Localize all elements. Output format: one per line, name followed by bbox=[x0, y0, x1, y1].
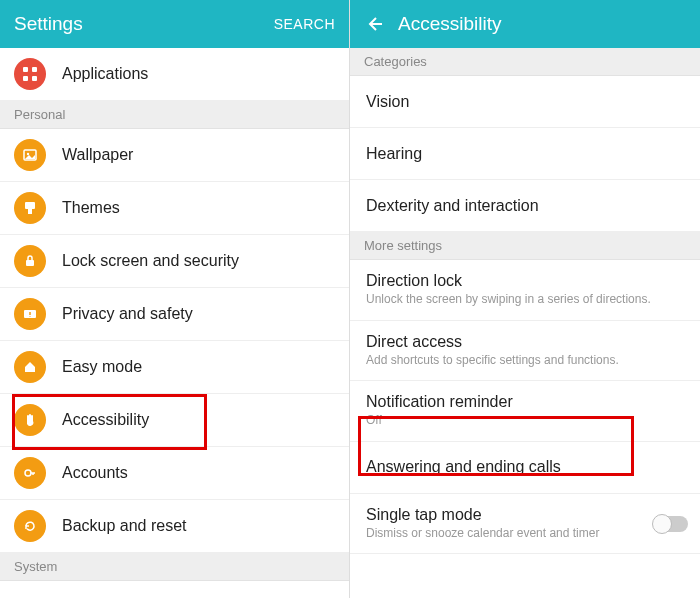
back-arrow-icon[interactable] bbox=[364, 14, 384, 34]
item-sub: Add shortcuts to specific settings and f… bbox=[366, 353, 619, 369]
svg-rect-0 bbox=[23, 67, 28, 72]
accessibility-pane: Accessibility Categories Vision Hearing … bbox=[350, 0, 700, 598]
item-label: Lock screen and security bbox=[62, 252, 239, 270]
item-label: Accounts bbox=[62, 464, 128, 482]
brush-icon bbox=[14, 192, 46, 224]
setting-direct-access[interactable]: Direct access Add shortcuts to specific … bbox=[350, 321, 700, 382]
svg-rect-3 bbox=[32, 76, 37, 81]
category-dexterity[interactable]: Dexterity and interaction bbox=[350, 180, 700, 232]
setting-answering-calls[interactable]: Answering and ending calls bbox=[350, 442, 700, 494]
section-more: More settings bbox=[350, 232, 700, 260]
setting-direction-lock[interactable]: Direction lock Unlock the screen by swip… bbox=[350, 260, 700, 321]
item-sub: Unlock the screen by swiping in a series… bbox=[366, 292, 651, 308]
settings-title: Settings bbox=[14, 13, 274, 35]
image-icon bbox=[14, 139, 46, 171]
svg-rect-8 bbox=[26, 260, 34, 266]
category-hearing[interactable]: Hearing bbox=[350, 128, 700, 180]
item-label: Hearing bbox=[366, 145, 422, 163]
item-sub: Dismiss or snooze calendar event and tim… bbox=[366, 526, 599, 542]
svg-rect-1 bbox=[32, 67, 37, 72]
setting-notification-reminder[interactable]: Notification reminder Off bbox=[350, 381, 700, 442]
accessibility-header: Accessibility bbox=[350, 0, 700, 48]
settings-item-wallpaper[interactable]: Wallpaper bbox=[0, 129, 349, 182]
item-label: Direction lock bbox=[366, 272, 462, 290]
settings-pane: Settings SEARCH Applications Personal Wa… bbox=[0, 0, 350, 598]
item-label: Single tap mode bbox=[366, 506, 482, 524]
item-label: Answering and ending calls bbox=[366, 458, 561, 476]
settings-item-lockscreen[interactable]: Lock screen and security bbox=[0, 235, 349, 288]
section-categories: Categories bbox=[350, 48, 700, 76]
section-personal: Personal bbox=[0, 101, 349, 129]
item-label: Privacy and safety bbox=[62, 305, 193, 323]
item-label: Vision bbox=[366, 93, 409, 111]
item-label: Easy mode bbox=[62, 358, 142, 376]
category-vision[interactable]: Vision bbox=[350, 76, 700, 128]
item-label: Dexterity and interaction bbox=[366, 197, 539, 215]
item-label: Applications bbox=[62, 65, 148, 83]
lock-icon bbox=[14, 245, 46, 277]
hand-icon bbox=[14, 404, 46, 436]
refresh-icon bbox=[14, 510, 46, 542]
item-sub: Off bbox=[366, 413, 382, 429]
settings-item-easymode[interactable]: Easy mode bbox=[0, 341, 349, 394]
warning-icon bbox=[14, 298, 46, 330]
item-label: Backup and reset bbox=[62, 517, 187, 535]
item-label: Themes bbox=[62, 199, 120, 217]
settings-item-themes[interactable]: Themes bbox=[0, 182, 349, 235]
svg-rect-7 bbox=[28, 209, 32, 214]
toggle-switch[interactable] bbox=[654, 516, 688, 532]
settings-header: Settings SEARCH bbox=[0, 0, 349, 48]
item-label: Direct access bbox=[366, 333, 462, 351]
svg-rect-6 bbox=[25, 202, 35, 209]
section-system: System bbox=[0, 553, 349, 581]
svg-point-5 bbox=[27, 153, 29, 155]
setting-single-tap[interactable]: Single tap mode Dismiss or snooze calend… bbox=[350, 494, 700, 555]
search-button[interactable]: SEARCH bbox=[274, 16, 335, 32]
home-icon bbox=[14, 351, 46, 383]
accessibility-title: Accessibility bbox=[398, 13, 686, 35]
item-label: Wallpaper bbox=[62, 146, 133, 164]
settings-item-privacy[interactable]: Privacy and safety bbox=[0, 288, 349, 341]
item-label: Notification reminder bbox=[366, 393, 513, 411]
grid-icon bbox=[14, 58, 46, 90]
key-icon bbox=[14, 457, 46, 489]
item-label: Accessibility bbox=[62, 411, 149, 429]
svg-point-10 bbox=[25, 470, 31, 476]
settings-item-applications[interactable]: Applications bbox=[0, 48, 349, 101]
settings-item-accessibility[interactable]: Accessibility bbox=[0, 394, 349, 447]
settings-item-accounts[interactable]: Accounts bbox=[0, 447, 349, 500]
settings-item-backup[interactable]: Backup and reset bbox=[0, 500, 349, 553]
svg-rect-2 bbox=[23, 76, 28, 81]
